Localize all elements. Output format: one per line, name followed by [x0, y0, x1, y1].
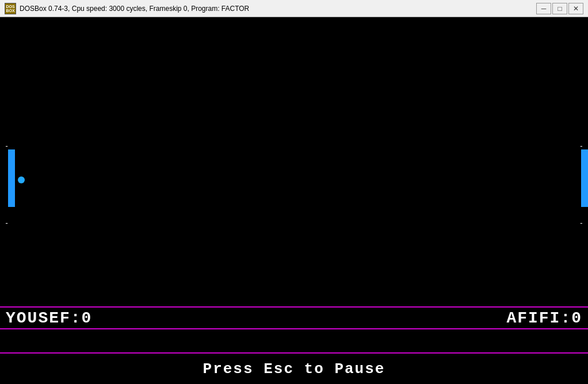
right-score: AFIFI:0 [506, 309, 582, 327]
restore-button[interactable]: □ [552, 3, 567, 14]
title-bar: DOSBOX DOSBox 0.74-3, Cpu speed: 3000 cy… [0, 0, 588, 17]
left-score: YOUSEF:0 [6, 309, 92, 327]
game-ball [18, 176, 25, 183]
minimize-button[interactable]: ─ [536, 3, 551, 14]
score-bar: YOUSEF:0 AFIFI:0 [0, 306, 588, 329]
left-dash-bottom: - [5, 220, 9, 228]
window-title: DOSBox 0.74-3, Cpu speed: 3000 cycles, F… [20, 5, 536, 13]
game-area: - - - - YOUSEF:0 AFIFI:0 Press Esc to Pa… [0, 17, 588, 384]
dosbox-icon-label: DOSBOX [6, 5, 14, 13]
window-controls: ─ □ ✕ [536, 3, 583, 14]
right-dash-bottom: - [579, 220, 583, 228]
close-button[interactable]: ✕ [568, 3, 583, 14]
press-esc-label: Press Esc to Pause [203, 360, 385, 378]
bottom-bar: Press Esc to Pause [0, 352, 588, 384]
game-canvas: - - - - YOUSEF:0 AFIFI:0 Press Esc to Pa… [0, 17, 588, 384]
right-paddle [581, 149, 588, 207]
left-paddle [8, 149, 15, 207]
dosbox-icon: DOSBOX [5, 3, 16, 14]
